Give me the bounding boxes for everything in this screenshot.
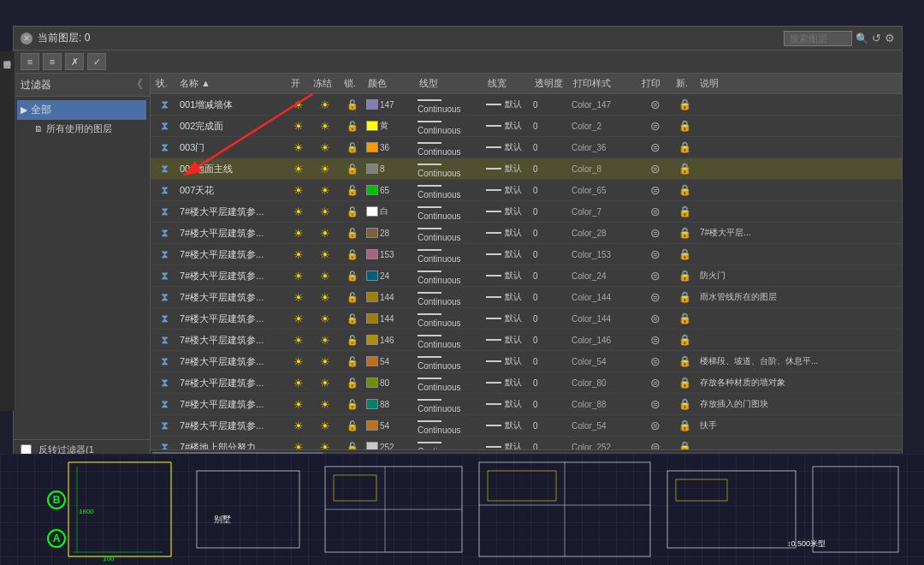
layer-on-btn[interactable]: ☀ <box>287 141 310 154</box>
layer-color[interactable]: 252 <box>364 442 416 449</box>
layer-freeze-btn[interactable]: ☀ <box>310 355 341 368</box>
refresh-icon[interactable]: ↺ <box>872 32 881 45</box>
search-input[interactable] <box>784 31 852 46</box>
table-row[interactable]: ⧗ 7#楼大平层建筑参... ☀ ☀ 🔓 144 Continuous 默认 <box>151 287 902 308</box>
layer-new-vp[interactable]: 🔒 <box>672 291 696 303</box>
layer-color[interactable]: 54 <box>364 356 416 366</box>
layer-color[interactable]: 白 <box>364 205 416 217</box>
layer-lock-btn[interactable]: 🔓 <box>341 99 364 110</box>
layer-print-btn[interactable]: ⊜ <box>638 269 672 282</box>
close-button[interactable]: ✕ <box>21 33 33 45</box>
layer-color[interactable]: 80 <box>364 378 416 388</box>
layer-freeze-btn[interactable]: ☀ <box>310 98 341 111</box>
layer-print-btn[interactable]: ⊜ <box>638 140 672 154</box>
collapse-filter-btn[interactable]: 《 <box>131 77 143 92</box>
layer-color[interactable]: 146 <box>364 335 416 345</box>
layer-print-btn[interactable]: ⊜ <box>638 205 672 218</box>
layer-new-vp[interactable]: 🔒 <box>672 377 696 389</box>
layer-print-btn[interactable]: ⊜ <box>638 290 672 304</box>
layer-print-btn[interactable]: ⊜ <box>638 98 672 111</box>
layer-new-vp[interactable]: 🔒 <box>672 227 696 239</box>
layer-new-vp[interactable]: 🔒 <box>672 141 696 153</box>
layer-on-btn[interactable]: ☀ <box>287 377 310 390</box>
delete-layer-btn[interactable]: ✗ <box>65 53 84 70</box>
layer-lock-btn[interactable]: 🔓 <box>341 292 364 303</box>
layer-lock-btn[interactable]: 🔓 <box>341 442 364 450</box>
layer-lock-btn[interactable]: 🔓 <box>341 356 364 367</box>
layer-on-btn[interactable]: ☀ <box>287 355 310 368</box>
layer-on-btn[interactable]: ☀ <box>287 98 310 111</box>
layer-on-btn[interactable]: ☀ <box>287 291 310 304</box>
layer-print-btn[interactable]: ⊜ <box>638 119 672 133</box>
table-row[interactable]: ⧗ 007天花 ☀ ☀ 🔓 65 Continuous 默认 <box>151 180 902 201</box>
layer-freeze-btn[interactable]: ☀ <box>310 205 341 218</box>
col-header-status[interactable]: 状. <box>152 75 176 92</box>
new-layer-btn2[interactable]: ≡ <box>43 53 62 70</box>
col-header-linetype[interactable]: 线型 <box>416 75 484 92</box>
layer-new-vp[interactable]: 🔒 <box>672 441 696 449</box>
table-row[interactable]: ⧗ 002完成面 ☀ ☀ 🔓 黄 Continuous 默认 <box>151 116 902 137</box>
layer-print-btn[interactable]: ⊜ <box>638 312 672 325</box>
layer-print-btn[interactable]: ⊜ <box>638 440 672 449</box>
col-header-desc[interactable]: 说明 <box>696 75 900 92</box>
layer-lock-btn[interactable]: 🔓 <box>341 164 364 175</box>
layer-color[interactable]: 88 <box>364 399 416 409</box>
layer-lock-btn[interactable]: 🔓 <box>341 121 364 132</box>
col-header-trans[interactable]: 透明度 <box>531 75 570 92</box>
col-header-new[interactable]: 新. <box>672 75 696 92</box>
layer-freeze-btn[interactable]: ☀ <box>310 120 341 133</box>
layer-new-vp[interactable]: 🔒 <box>672 334 696 346</box>
table-row[interactable]: ⧗ 7#楼大平层建筑参... ☀ ☀ 🔓 153 Continuous 默认 <box>151 244 902 265</box>
layer-on-btn[interactable]: ☀ <box>287 334 310 347</box>
layer-freeze-btn[interactable]: ☀ <box>310 441 341 450</box>
layer-freeze-btn[interactable]: ☀ <box>310 141 341 154</box>
table-row[interactable]: ⧗ 003门 ☀ ☀ 🔓 36 Continuous 默认 <box>151 137 902 158</box>
layer-freeze-btn[interactable]: ☀ <box>310 248 341 261</box>
layer-on-btn[interactable]: ☀ <box>287 312 310 325</box>
layer-new-vp[interactable]: 🔒 <box>672 270 696 282</box>
table-row[interactable]: ⧗ 7#楼大平层建筑参... ☀ ☀ 🔓 28 Continuous 默认 <box>151 223 902 244</box>
layer-print-btn[interactable]: ⊜ <box>638 354 672 368</box>
layer-color[interactable]: 144 <box>364 292 416 302</box>
layer-new-vp[interactable]: 🔒 <box>672 184 696 196</box>
layer-color[interactable]: 28 <box>364 228 416 238</box>
layer-lock-btn[interactable]: 🔓 <box>341 185 364 196</box>
layer-print-btn[interactable]: ⊜ <box>638 419 672 432</box>
table-row[interactable]: ⧗ 7#楼大平层建筑参... ☀ ☀ 🔓 146 Continuous 默认 <box>151 330 902 351</box>
layer-lock-btn[interactable]: 🔓 <box>341 271 364 282</box>
layer-freeze-btn[interactable]: ☀ <box>310 419 341 432</box>
layer-color[interactable]: 147 <box>364 99 416 110</box>
table-row[interactable]: ⧗ 7#楼大平层建筑参... ☀ ☀ 🔓 54 Continuous 默认 <box>151 351 902 372</box>
layer-lock-btn[interactable]: 🔓 <box>341 313 364 324</box>
col-header-color[interactable]: 颜色 <box>364 75 416 92</box>
layer-on-btn[interactable]: ☀ <box>287 270 310 282</box>
layer-freeze-btn[interactable]: ☀ <box>310 334 341 347</box>
layer-lock-btn[interactable]: 🔓 <box>341 228 364 239</box>
layer-freeze-btn[interactable]: ☀ <box>310 291 341 304</box>
layer-new-vp[interactable]: 🔒 <box>672 312 696 324</box>
layer-new-vp[interactable]: 🔒 <box>672 205 696 217</box>
new-layer-btn[interactable]: ≡ <box>21 53 39 70</box>
table-row[interactable]: ⧗ 7#楼地上部分努力... ☀ ☀ 🔓 252 Continuous 默认 <box>151 437 902 449</box>
table-row[interactable]: ⧗ 7#楼大平层建筑参... ☀ ☀ 🔓 88 Continuous 默认 <box>151 394 902 415</box>
layer-freeze-btn[interactable]: ☀ <box>310 398 341 411</box>
col-header-print[interactable]: 打印 <box>638 75 672 92</box>
col-header-print-style[interactable]: 打印样式 <box>570 75 638 92</box>
layer-freeze-btn[interactable]: ☀ <box>310 377 341 390</box>
table-row[interactable]: ⧗ 7#楼大平层建筑参... ☀ ☀ 🔓 24 Continuous 默认 <box>151 265 902 287</box>
set-current-btn[interactable]: ✓ <box>87 53 106 70</box>
layer-freeze-btn[interactable]: ☀ <box>310 227 341 240</box>
table-row[interactable]: ⧗ 7#楼大平层建筑参... ☀ ☀ 🔓 54 Continuous 默认 <box>151 415 902 437</box>
layer-new-vp[interactable]: 🔒 <box>672 163 696 175</box>
filter-all-item[interactable]: ▶ 全部 <box>17 100 146 120</box>
layer-lock-btn[interactable]: 🔓 <box>341 335 364 346</box>
layer-lock-btn[interactable]: 🔓 <box>341 249 364 260</box>
layer-print-btn[interactable]: ⊜ <box>638 333 672 347</box>
col-header-on[interactable]: 开 <box>287 75 310 92</box>
col-header-name[interactable]: 名称 ▲ <box>176 75 287 92</box>
col-header-freeze[interactable]: 冻结 <box>310 75 341 92</box>
layer-on-btn[interactable]: ☀ <box>287 441 310 450</box>
col-header-lock[interactable]: 锁. <box>341 75 364 92</box>
layer-freeze-btn[interactable]: ☀ <box>310 270 341 282</box>
layer-freeze-btn[interactable]: ☀ <box>310 184 341 197</box>
